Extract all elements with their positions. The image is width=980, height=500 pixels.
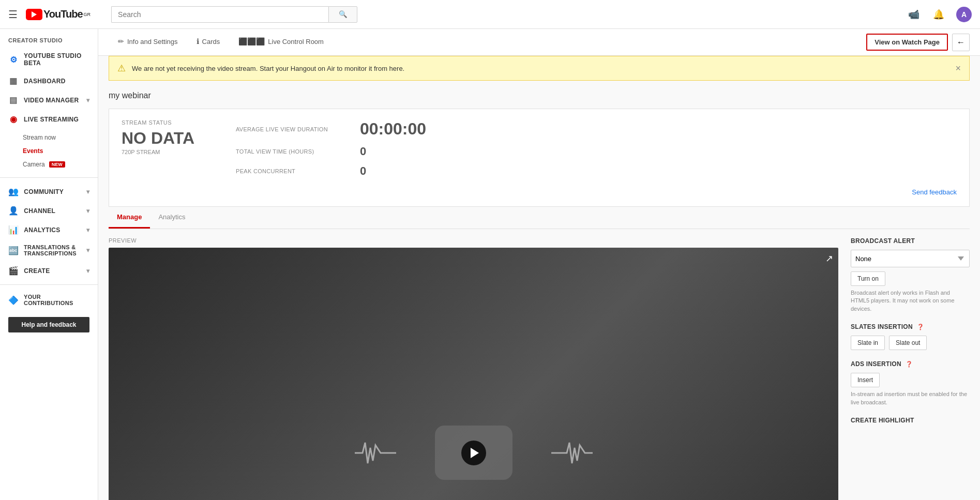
stream-quality: 720P STREAM xyxy=(122,149,194,155)
create-highlight-section: CREATE HIGHLIGHT xyxy=(851,417,970,424)
create-icon: 🎬 xyxy=(8,266,19,276)
view-on-watch-page-button[interactable]: View on Watch Page xyxy=(866,34,948,51)
content-topbar: ✏ Info and Settings ℹ Cards ⬛⬛⬛ Live Con… xyxy=(98,29,980,56)
stream-status-label: STREAM STATUS xyxy=(122,119,194,126)
ads-insertion-title: ADS INSERTION ❓ xyxy=(851,360,970,368)
contributions-icon: 🔷 xyxy=(8,295,19,305)
edit-icon: ✏ xyxy=(118,37,124,46)
sidebar-item-label: ANALYTICS xyxy=(24,226,60,234)
broadcast-alert-section: BROADCAST ALERT None Turn on Broadcast a… xyxy=(851,237,970,313)
live-streaming-icon: ◉ xyxy=(8,114,19,124)
video-preview[interactable]: ↗ xyxy=(109,248,838,500)
chevron-down-icon: ▾ xyxy=(86,188,89,195)
total-view-time-value: 0 xyxy=(360,145,366,158)
sidebar-item-label: TRANSLATIONS & TRANSCRIPTIONS xyxy=(24,244,81,256)
tab-analytics[interactable]: Analytics xyxy=(150,207,193,229)
chevron-down-icon: ▾ xyxy=(86,247,89,254)
sidebar-item-live-streaming[interactable]: ◉ LIVE STREAMING xyxy=(0,110,98,129)
tab-live-control-room[interactable]: ⬛⬛⬛ Live Control Room xyxy=(229,29,333,56)
right-waveform-icon xyxy=(551,437,593,468)
sidebar-item-channel[interactable]: 👤 CHANNEL ▾ xyxy=(0,201,98,220)
sidebar-item-create[interactable]: 🎬 CREATE ▾ xyxy=(0,261,98,280)
search-icon: 🔍 xyxy=(339,10,348,18)
ads-insertion-section: ADS INSERTION ❓ Insert In-stream ad inse… xyxy=(851,360,970,406)
sidebar-item-analytics[interactable]: 📊 ANALYTICS ▾ xyxy=(0,220,98,239)
sidebar-item-label: VIDEO MANAGER xyxy=(24,97,79,104)
main-content: ✏ Info and Settings ℹ Cards ⬛⬛⬛ Live Con… xyxy=(98,29,980,500)
new-badge: NEW xyxy=(49,161,65,168)
video-camera-icon[interactable]: 📹 xyxy=(907,7,921,22)
avatar[interactable]: A xyxy=(956,7,972,22)
community-icon: 👥 xyxy=(8,187,19,196)
menu-icon[interactable]: ☰ xyxy=(8,8,18,21)
send-feedback-link[interactable]: Send feedback xyxy=(236,188,957,196)
play-button[interactable] xyxy=(461,441,486,465)
avg-duration-value: 00:00:00 xyxy=(360,119,426,139)
tab-cards[interactable]: ℹ Cards xyxy=(187,29,230,56)
preview-label: PREVIEW xyxy=(109,237,838,244)
ads-help-icon[interactable]: ❓ xyxy=(906,361,913,367)
sidebar-item-youtube-studio-beta[interactable]: ⚙ YOUTUBE STUDIO BETA xyxy=(0,48,98,71)
sidebar-item-label: COMMUNITY xyxy=(24,188,64,195)
slates-help-icon[interactable]: ❓ xyxy=(917,324,924,330)
sidebar-item-contributions[interactable]: 🔷 YOUR CONTRIBUTIONS xyxy=(0,289,98,311)
video-manager-icon: ▤ xyxy=(8,95,19,105)
slates-insertion-title: SLATES INSERTION ❓ xyxy=(851,323,970,330)
dashboard-icon: ▦ xyxy=(8,76,19,86)
sidebar-sub-camera[interactable]: Camera NEW xyxy=(23,158,98,171)
stream-status-card: STREAM STATUS NO DATA 720P STREAM AVERAG… xyxy=(109,109,970,207)
sidebar-item-community[interactable]: 👥 COMMUNITY ▾ xyxy=(0,182,98,201)
sidebar-item-label: CHANNEL xyxy=(24,207,55,215)
slates-insertion-section: SLATES INSERTION ❓ Slate in Slate out xyxy=(851,323,970,350)
yt-logo-super: GR xyxy=(84,12,91,17)
channel-icon: 👤 xyxy=(8,206,19,216)
chevron-down-icon: ▾ xyxy=(86,207,89,215)
left-waveform-icon xyxy=(355,437,396,468)
search-input[interactable] xyxy=(111,6,328,23)
ads-note: In-stream ad insertion must be enabled f… xyxy=(851,390,970,406)
notification-bell-icon[interactable]: 🔔 xyxy=(931,7,946,22)
sidebar-item-dashboard[interactable]: ▦ DASHBOARD xyxy=(0,71,98,90)
slate-out-button[interactable]: Slate out xyxy=(889,336,927,350)
total-view-time-label: TOTAL VIEW TIME (HOURS) xyxy=(236,148,350,155)
create-highlight-title: CREATE HIGHLIGHT xyxy=(851,417,970,424)
tab-label: Live Control Room xyxy=(268,38,324,46)
sidebar-item-label: YOUTUBE STUDIO BETA xyxy=(24,52,89,67)
sidebar-item-translations[interactable]: 🔤 TRANSLATIONS & TRANSCRIPTIONS ▾ xyxy=(0,239,98,261)
help-feedback-button[interactable]: Help and feedback xyxy=(8,317,89,332)
alert-close-button[interactable]: × xyxy=(955,63,961,74)
warning-icon: ⚠ xyxy=(117,63,126,74)
share-icon[interactable]: ↗ xyxy=(825,253,833,264)
tab-label: Cards xyxy=(202,38,220,46)
sidebar-item-label: YOUR CONTRIBUTIONS xyxy=(24,294,89,306)
broadcast-alert-note: Broadcast alert only works in Flash and … xyxy=(851,289,970,313)
sidebar-sub-stream-now[interactable]: Stream now xyxy=(23,131,98,144)
yt-logo-text: YouTube xyxy=(43,8,83,20)
page-title: my webinar xyxy=(109,87,970,100)
manage-tabs: Manage Analytics xyxy=(109,207,970,229)
alert-text: We are not yet receiving the video strea… xyxy=(132,65,949,72)
stream-status-value: NO DATA xyxy=(122,129,194,148)
chevron-down-icon: ▾ xyxy=(86,97,89,104)
avg-duration-label: AVERAGE LIVE VIEW DURATION xyxy=(236,126,350,132)
search-button[interactable]: 🔍 xyxy=(328,6,357,23)
peak-concurrent-label: PEAK CONCURRENT xyxy=(236,168,350,174)
chevron-down-icon: ▾ xyxy=(86,267,89,275)
slate-in-button[interactable]: Slate in xyxy=(851,336,885,350)
tab-info-settings[interactable]: ✏ Info and Settings xyxy=(109,29,187,56)
live-streaming-submenu: Stream now Events Camera NEW xyxy=(0,129,98,173)
search-bar: 🔍 xyxy=(111,6,357,23)
back-arrow-button[interactable]: ← xyxy=(952,34,970,51)
sidebar-item-label: LIVE STREAMING xyxy=(24,116,79,123)
peak-concurrent-value: 0 xyxy=(360,164,366,178)
sidebar-divider xyxy=(0,177,98,178)
turn-on-button[interactable]: Turn on xyxy=(851,271,885,286)
sidebar-item-video-manager[interactable]: ▤ VIDEO MANAGER ▾ xyxy=(0,90,98,110)
tab-manage[interactable]: Manage xyxy=(109,207,150,229)
insert-button[interactable]: Insert xyxy=(851,373,880,387)
top-navigation: ☰ YouTube GR 🔍 📹 🔔 A xyxy=(0,0,980,29)
sidebar: CREATOR STUDIO ⚙ YOUTUBE STUDIO BETA ▦ D… xyxy=(0,29,98,500)
broadcast-alert-dropdown[interactable]: None xyxy=(851,250,970,267)
sidebar-sub-events[interactable]: Events xyxy=(23,144,98,158)
sidebar-divider-2 xyxy=(0,284,98,285)
